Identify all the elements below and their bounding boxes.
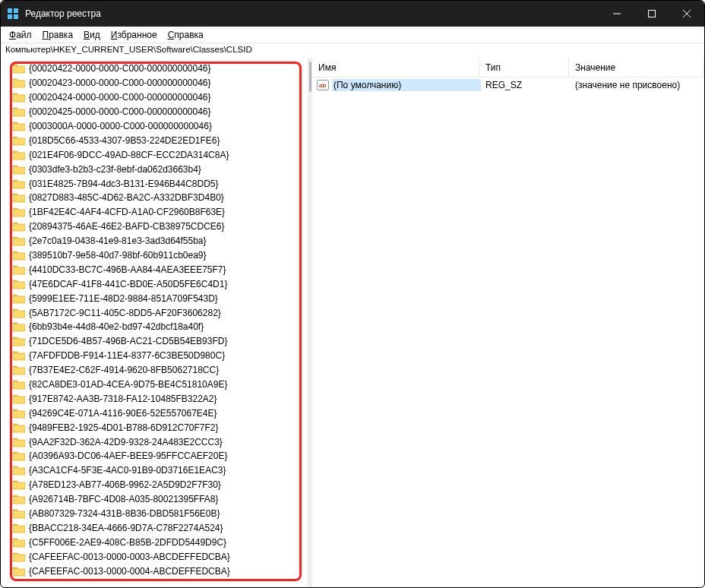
- column-headers: Имя Тип Значение: [312, 58, 704, 77]
- close-button[interactable]: [669, 1, 704, 27]
- tree-item[interactable]: {00020424-0000-0000-C000-000000000046}: [13, 90, 308, 105]
- tree-item[interactable]: {917E8742-AA3B-7318-FA12-10485FB322A2}: [13, 391, 308, 406]
- tree-item[interactable]: {0003000A-0000-0000-C000-000000000046}: [13, 119, 308, 134]
- tree-item-label: {00020424-0000-0000-C000-000000000046}: [29, 92, 211, 103]
- tree-item[interactable]: {5999E1EE-711E-48D2-9884-851A709F543D}: [13, 291, 308, 305]
- tree-item-label: {1BF42E4C-4AF4-4CFD-A1A0-CF2960B8F63E}: [29, 207, 225, 217]
- tree-item[interactable]: {0827D883-485C-4D62-BA2C-A332DBF3D4B0}: [13, 191, 308, 205]
- tree-item[interactable]: {A0396A93-DC06-4AEF-BEE9-95FFCCAEF20E}: [13, 449, 308, 463]
- tree-item[interactable]: {6bb93b4e-44d8-40e2-bd97-42dbcf18a40f}: [13, 320, 308, 334]
- tree-item[interactable]: {031E4825-7B94-4dc3-B131-E946B44C8DD5}: [13, 176, 308, 191]
- tree-item[interactable]: {00020423-0000-0000-C000-000000000046}: [13, 76, 308, 90]
- menu-file[interactable]: Файл: [4, 28, 37, 42]
- tree-item-label: {AB807329-7324-431B-8B36-DBD581F56E0B}: [29, 508, 220, 519]
- menu-view[interactable]: Вид: [78, 28, 106, 42]
- svg-rect-2: [8, 14, 12, 19]
- col-header-name[interactable]: Имя: [312, 58, 479, 77]
- tree-item[interactable]: {A926714B-7BFC-4D08-A035-80021395FFA8}: [13, 492, 308, 507]
- value-type: REG_SZ: [481, 80, 571, 90]
- tree-item[interactable]: {4410DC33-BC7C-496B-AA84-4AEA3EEE75F7}: [13, 262, 308, 277]
- tree-item-label: {82CA8DE3-01AD-4CEA-9D75-BE4C51810A9E}: [29, 379, 228, 390]
- tree-item-label: {917E8742-AA3B-7318-FA12-10485FB322A2}: [29, 394, 217, 404]
- tree-item[interactable]: {20894375-46AE-46E2-BAFD-CB38975CDCE6}: [13, 220, 308, 234]
- tree-item-label: {47E6DCAF-41F8-441C-BD0E-A50D5FE6C4D1}: [29, 279, 227, 289]
- tree-item[interactable]: {CAFEEFAC-0013-0000-0004-ABCDEFFEDCBA}: [13, 564, 308, 578]
- tree-item[interactable]: {82CA8DE3-01AD-4CEA-9D75-BE4C51810A9E}: [13, 378, 308, 392]
- tree-pane: {00020422-0000-0000-C000-000000000046}{0…: [1, 58, 308, 587]
- menu-favorites[interactable]: Избранное: [106, 28, 163, 42]
- app-icon: [7, 8, 19, 20]
- tree-item-label: {00020422-0000-0000-C000-000000000046}: [29, 63, 211, 74]
- tree-item[interactable]: {94269C4E-071A-4116-90E6-52E557067E4E}: [13, 406, 308, 420]
- tree-item[interactable]: {021E4F06-9DCC-49AD-88CF-ECC2DA314C8A}: [13, 147, 308, 162]
- tree-item[interactable]: {9AA2F32D-362A-42D9-9328-24A483E2CCC3}: [13, 435, 308, 449]
- tree-item[interactable]: {A3CA1CF4-5F3E-4AC0-91B9-0D3716E1EAC3}: [13, 463, 308, 478]
- tree-item-label: {0003000A-0000-0000-C000-000000000046}: [29, 121, 212, 131]
- tree-item-label: {7AFDFDDB-F914-11E4-8377-6C3BE50D980C}: [29, 350, 225, 361]
- tree-item[interactable]: {7B37E4E2-C62F-4914-9620-8FB5062718CC}: [13, 363, 308, 378]
- tree-item-label: {031E4825-7B94-4dc3-B131-E946B44C8DD5}: [29, 179, 219, 189]
- tree-item-label: {9AA2F32D-362A-42D9-9328-24A483E2CCC3}: [29, 437, 223, 447]
- tree-item[interactable]: {CAFEEFAC-0013-0000-0003-ABCDEFFEDCBA}: [13, 549, 308, 564]
- tree-item-label: {20894375-46AE-46E2-BAFD-CB38975CDCE6}: [29, 221, 225, 232]
- titlebar: Редактор реестра: [1, 1, 704, 27]
- tree-item-label: {9489FEB2-1925-4D01-B788-6D912C70F7F2}: [29, 422, 219, 433]
- tree-item-label: {021E4F06-9DCC-49AD-88CF-ECC2DA314C8A}: [29, 150, 229, 160]
- splitter[interactable]: [308, 58, 312, 587]
- col-header-value[interactable]: Значение: [569, 58, 704, 77]
- tree-item[interactable]: {00020422-0000-0000-C000-000000000046}: [13, 62, 308, 76]
- tree-item-label: {389510b7-9e58-40d7-98bf-60b911cb0ea9}: [29, 250, 207, 261]
- tree-item[interactable]: {0303dfe3-b2b3-c23f-8ebf-da062d3663b4}: [13, 162, 308, 176]
- svg-text:ab: ab: [319, 82, 326, 89]
- tree-item-label: {A3CA1CF4-5F3E-4AC0-91B9-0D3716E1EAC3}: [29, 465, 226, 476]
- tree-item[interactable]: {018D5C66-4533-4307-9B53-224DE2ED1FE6}: [13, 133, 308, 147]
- svg-rect-3: [14, 14, 18, 19]
- tree-item-label: {018D5C66-4533-4307-9B53-224DE2ED1FE6}: [29, 135, 220, 146]
- tree-item-label: {71DCE5D6-4B57-496B-AC21-CD5B54EB93FD}: [29, 336, 227, 346]
- tree-item[interactable]: {1BF42E4C-4AF4-4CFD-A1A0-CF2960B8F63E}: [13, 205, 308, 220]
- tree-item-label: {A0396A93-DC06-4AEF-BEE9-95FFCCAEF20E}: [29, 450, 227, 461]
- maximize-button[interactable]: [634, 1, 669, 27]
- tree-item-label: {C5FF006E-2AE9-408C-B85B-2DFDD5449D9C}: [29, 537, 226, 548]
- tree-item-label: {00020423-0000-0000-C000-000000000046}: [29, 77, 211, 88]
- tree-item-label: {2e7c0a19-0438-41e9-81e3-3ad3d64f55ba}: [29, 236, 207, 246]
- tree-item-label: {94269C4E-071A-4116-90E6-52E557067E4E}: [29, 408, 217, 419]
- tree-item[interactable]: {47E6DCAF-41F8-441C-BD0E-A50D5FE6C4D1}: [13, 277, 308, 291]
- value-data: (значение не присвоено): [571, 80, 704, 90]
- tree-item-label: {0827D883-485C-4D62-BA2C-A332DBF3D4B0}: [29, 192, 224, 203]
- tree-item-label: {7B37E4E2-C62F-4914-9620-8FB5062718CC}: [29, 365, 219, 375]
- tree-item[interactable]: {389510b7-9e58-40d7-98bf-60b911cb0ea9}: [13, 248, 308, 263]
- tree-item-label: {CAFEEFAC-0013-0000-0003-ABCDEFFEDCBA}: [29, 552, 230, 562]
- tree-item-label: {00020425-0000-0000-C000-000000000046}: [29, 106, 211, 117]
- tree-item[interactable]: {71DCE5D6-4B57-496B-AC21-CD5B54EB93FD}: [13, 334, 308, 349]
- svg-rect-0: [8, 8, 12, 13]
- svg-rect-5: [649, 11, 656, 17]
- svg-rect-1: [14, 8, 18, 13]
- tree-item[interactable]: {5AB7172C-9C11-405C-8DD5-AF20F3606282}: [13, 305, 308, 320]
- tree-item[interactable]: {2e7c0a19-0438-41e9-81e3-3ad3d64f55ba}: [13, 234, 308, 248]
- minimize-button[interactable]: [599, 1, 634, 27]
- tree-item[interactable]: {AB807329-7324-431B-8B36-DBD581F56E0B}: [13, 507, 308, 521]
- tree-item[interactable]: {00020425-0000-0000-C000-000000000046}: [13, 105, 308, 119]
- tree-item[interactable]: {BBACC218-34EA-4666-9D7A-C78F2274A524}: [13, 521, 308, 536]
- tree-item[interactable]: {9489FEB2-1925-4D01-B788-6D912C70F7F2}: [13, 420, 308, 435]
- window-title: Редактор реестра: [25, 8, 599, 19]
- tree-item[interactable]: {A78ED123-AB77-406B-9962-2A5D9D2F7F30}: [13, 478, 308, 492]
- tree-item-label: {4410DC33-BC7C-496B-AA84-4AEA3EEE75F7}: [29, 264, 226, 275]
- tree-item-label: {0303dfe3-b2b3-c23f-8ebf-da062d3663b4}: [29, 164, 201, 175]
- tree-item-label: {BBACC218-34EA-4666-9D7A-C78F2274A524}: [29, 523, 223, 533]
- col-header-type[interactable]: Тип: [479, 58, 569, 77]
- tree-item[interactable]: {C5FF006E-2AE9-408C-B85B-2DFDD5449D9C}: [13, 535, 308, 549]
- menubar: Файл Правка Вид Избранное Справка: [1, 27, 704, 43]
- address-bar[interactable]: Компьютер\HKEY_CURRENT_USER\Software\Cla…: [1, 43, 704, 58]
- tree-item-label: {5AB7172C-9C11-405C-8DD5-AF20F3606282}: [29, 308, 221, 318]
- menu-help[interactable]: Справка: [163, 28, 209, 42]
- values-pane: Имя Тип Значение ab(По умолчанию)REG_SZ(…: [312, 58, 704, 587]
- tree-item-label: {CAFEEFAC-0013-0000-0004-ABCDEFFEDCBA}: [29, 566, 230, 577]
- value-row[interactable]: ab(По умолчанию)REG_SZ(значение не присв…: [312, 77, 704, 93]
- value-name: (По умолчанию): [332, 79, 481, 91]
- tree-item-label: {5999E1EE-711E-48D2-9884-851A709F543D}: [29, 293, 218, 304]
- menu-edit[interactable]: Правка: [37, 28, 79, 42]
- tree-item[interactable]: {7AFDFDDB-F914-11E4-8377-6C3BE50D980C}: [13, 349, 308, 363]
- tree-item-label: {6bb93b4e-44d8-40e2-bd97-42dbcf18a40f}: [29, 321, 204, 332]
